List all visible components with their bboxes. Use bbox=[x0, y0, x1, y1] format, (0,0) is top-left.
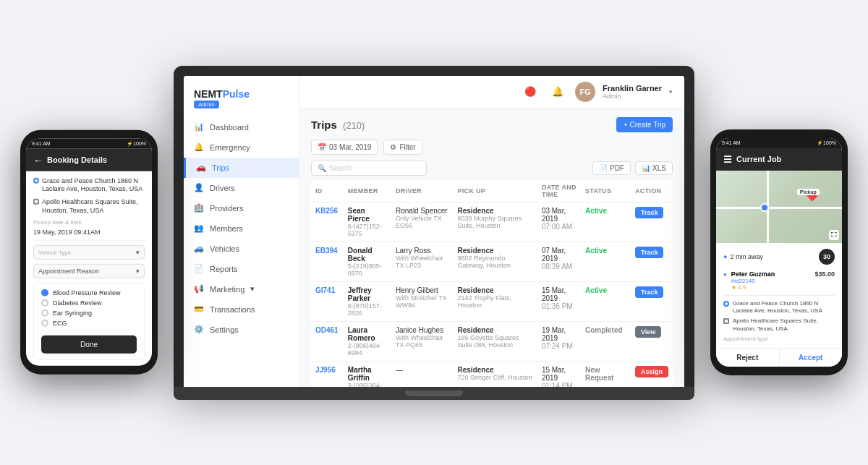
cell-member: Laura Romero 2-(806)494-6984 bbox=[344, 321, 391, 361]
left-phone-shell: 9:41 AM ⚡100% ← Booking Details Grace an… bbox=[20, 129, 158, 375]
cell-id: OD461 bbox=[311, 321, 344, 361]
action-button[interactable]: Track bbox=[635, 247, 664, 258]
col-driver: DRIVER bbox=[391, 180, 454, 202]
logo-pulse: Pulse bbox=[223, 88, 250, 100]
search-bar[interactable]: 🔍 Search bbox=[311, 161, 427, 176]
right-phone-screen: 9:41 AM ⚡100% ☰ Current Job Pickup ⛶ bbox=[716, 137, 842, 367]
calendar-icon: 📅 bbox=[318, 143, 326, 151]
sidebar-item-members[interactable]: 👥 Members bbox=[184, 218, 299, 239]
sidebar-item-settings[interactable]: ⚙️ Settings bbox=[184, 320, 299, 340]
driver-info: Peter Guzman #id22145 ★ 4.9 bbox=[731, 270, 775, 290]
appt-reason-label: Appointment Reason bbox=[38, 268, 99, 275]
option-ear[interactable]: Ear Syringing bbox=[41, 310, 137, 317]
driver-price: $35.00 bbox=[814, 270, 835, 277]
right-statusbar: 9:41 AM ⚡100% bbox=[716, 137, 842, 148]
alert-icon[interactable]: 🔴 bbox=[520, 82, 540, 102]
user-info: Franklin Garner Admin bbox=[603, 84, 662, 100]
logo-nemt: NEMT bbox=[194, 88, 223, 100]
radio-selected-icon bbox=[41, 289, 48, 297]
option-diabetes[interactable]: Diabetes Review bbox=[41, 299, 137, 307]
filter-row: 📅 03 Mar, 2019 ⚙ Filter bbox=[311, 140, 673, 155]
page-header: Trips (210) + Create Trip bbox=[311, 117, 673, 132]
user-avatar: FG bbox=[575, 82, 595, 102]
left-phone-screen: 9:41 AM ⚡100% ← Booking Details Grace an… bbox=[26, 138, 152, 366]
logo-area: NEMTPulse Admin bbox=[184, 83, 299, 117]
date-filter[interactable]: 📅 03 Mar, 2019 bbox=[311, 140, 378, 155]
col-action: ACTION bbox=[631, 180, 673, 202]
table-row: KB256 Sean Pierce 6-(427)152-5375 Ronald… bbox=[311, 202, 673, 242]
filter-button[interactable]: ⚙ Filter bbox=[383, 140, 422, 155]
action-button[interactable]: Track bbox=[635, 286, 664, 298]
xls-export-button[interactable]: 📊 XLS bbox=[635, 161, 673, 175]
sidebar-item-transactions[interactable]: 💳 Transactions bbox=[184, 299, 299, 320]
col-id: ID bbox=[311, 180, 344, 202]
cell-driver: Janice Hughes With Wheelchair TX PQ45 bbox=[391, 321, 454, 361]
cell-member: Sean Pierce 6-(427)152-5375 bbox=[344, 202, 391, 242]
pickup-to-text: Apollo Healthcare Squares Suite, Houston… bbox=[733, 317, 835, 333]
cell-member: Martha Griffin 3-(095)364-3249 bbox=[344, 361, 391, 387]
settings-icon: ⚙️ bbox=[194, 325, 204, 335]
chevron-down-icon: ▾ bbox=[136, 249, 140, 256]
main-content: 🔴 🔔 FG Franklin Garner Admin ▾ Trips bbox=[299, 76, 684, 387]
sidebar-item-marketing[interactable]: 📢 Marketing ▾ bbox=[184, 279, 299, 299]
option-blood-pressure[interactable]: Blood Pressure Review bbox=[41, 289, 137, 297]
create-trip-button[interactable]: + Create Trip bbox=[616, 117, 673, 132]
pdf-icon: 📄 bbox=[599, 164, 608, 172]
sidebar-item-providers[interactable]: 🏥 Providers bbox=[184, 198, 299, 218]
reject-button[interactable]: Reject bbox=[716, 349, 780, 367]
cell-driver: Larry Ross With Wheelchair TX LP23 bbox=[391, 242, 454, 281]
pdf-export-button[interactable]: 📄 PDF bbox=[592, 161, 631, 175]
hamburger-icon[interactable]: ☰ bbox=[723, 153, 732, 164]
sidebar-item-drivers[interactable]: 👤 Drivers bbox=[184, 178, 299, 198]
driver-row: ● Peter Guzman #id22145 ★ 4.9 $35.00 bbox=[723, 270, 835, 295]
cell-datetime: 03 Mar, 2019 07:00 AM bbox=[537, 202, 581, 242]
back-arrow-icon[interactable]: ← bbox=[33, 154, 43, 165]
action-button[interactable]: Assign bbox=[635, 366, 668, 377]
radio-empty-icon bbox=[41, 320, 48, 327]
drivers-icon: 👤 bbox=[194, 183, 204, 193]
option-ecg[interactable]: ECG bbox=[41, 320, 137, 327]
appt-reason-dropdown[interactable]: Appointment Reason ▾ bbox=[33, 264, 145, 278]
map-start-pin bbox=[760, 202, 769, 211]
driver-stars: ★ 4.9 bbox=[731, 283, 775, 290]
sidebar-item-vehicles[interactable]: 🚙 Vehicles bbox=[184, 239, 299, 259]
action-button[interactable]: View bbox=[635, 326, 661, 338]
cell-datetime: 15 Mar, 2019 01:36 PM bbox=[537, 281, 581, 321]
sidebar-item-trips[interactable]: 🚗 Trips bbox=[184, 158, 299, 178]
map-road-horizontal bbox=[716, 206, 842, 208]
vehicle-type-label: Vehicle Type bbox=[38, 249, 71, 255]
right-status-battery: ⚡100% bbox=[817, 140, 836, 145]
action-button[interactable]: Track bbox=[635, 207, 664, 218]
bell-icon[interactable]: 🔔 bbox=[548, 82, 568, 102]
cell-id: KB256 bbox=[311, 202, 344, 242]
cell-status: Completed bbox=[581, 321, 631, 361]
sidebar-item-emergency[interactable]: 🔔 Emergency bbox=[184, 137, 299, 158]
accept-button[interactable]: Accept bbox=[780, 349, 843, 367]
done-button[interactable]: Done bbox=[41, 336, 137, 354]
map-expand-icon[interactable]: ⛶ bbox=[829, 229, 839, 239]
phone-actions: Reject Accept bbox=[716, 348, 842, 367]
cell-driver: — bbox=[391, 361, 454, 387]
sidebar-item-reports[interactable]: 📄 Reports bbox=[184, 259, 299, 279]
marketing-icon: 📢 bbox=[194, 284, 204, 294]
right-phone-shell: 9:41 AM ⚡100% ☰ Current Job Pickup ⛶ bbox=[710, 129, 848, 375]
eta-text: 2 min away bbox=[730, 252, 763, 260]
cell-pickup: Residence 720 Senger Cliff, Houston bbox=[454, 361, 537, 387]
logo: NEMTPulse bbox=[194, 89, 289, 99]
search-placeholder: Search bbox=[329, 164, 352, 172]
laptop-notch bbox=[405, 391, 463, 396]
search-icon: 🔍 bbox=[318, 164, 326, 172]
laptop-base bbox=[174, 387, 694, 400]
map-area: Pickup ⛶ bbox=[716, 170, 842, 242]
xls-icon: 📊 bbox=[642, 164, 650, 172]
sidebar-item-dashboard[interactable]: 📊 Dashboard bbox=[184, 117, 299, 137]
pickup-to-field: Apollo Healthcare Squares Suite, Houston… bbox=[33, 198, 145, 215]
cell-action: Track bbox=[631, 242, 673, 281]
cell-status: New Request bbox=[581, 361, 631, 387]
cell-action: Track bbox=[631, 202, 673, 242]
booking-header: ← Booking Details bbox=[26, 148, 152, 171]
vehicles-icon: 🚙 bbox=[194, 244, 204, 254]
vehicle-type-dropdown[interactable]: Vehicle Type ▾ bbox=[33, 245, 145, 260]
table-row: EB394 Donald Beck 5-(219)805-0970 Larry … bbox=[311, 242, 673, 281]
chevron-down-icon: ▾ bbox=[136, 268, 140, 275]
